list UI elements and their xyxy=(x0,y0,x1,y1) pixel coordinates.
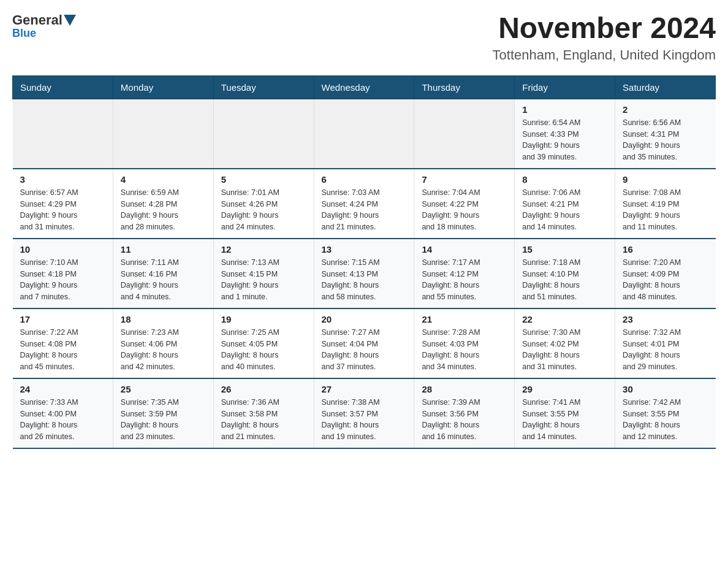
day-info: Sunrise: 7:27 AMSunset: 4:04 PMDaylight:… xyxy=(322,327,407,373)
day-cell: 30Sunrise: 7:42 AMSunset: 3:55 PMDayligh… xyxy=(615,378,716,448)
day-number: 1 xyxy=(522,104,607,115)
calendar-body: 1Sunrise: 6:54 AMSunset: 4:33 PMDaylight… xyxy=(13,99,716,448)
day-info: Sunrise: 7:08 AMSunset: 4:19 PMDaylight:… xyxy=(623,187,708,233)
calendar-table: SundayMondayTuesdayWednesdayThursdayFrid… xyxy=(12,75,716,449)
day-number: 4 xyxy=(121,174,206,185)
day-cell: 17Sunrise: 7:22 AMSunset: 4:08 PMDayligh… xyxy=(13,308,113,378)
day-number: 3 xyxy=(20,174,105,185)
day-cell: 7Sunrise: 7:04 AMSunset: 4:22 PMDaylight… xyxy=(414,169,515,239)
calendar-header: SundayMondayTuesdayWednesdayThursdayFrid… xyxy=(13,75,716,99)
header-monday: Monday xyxy=(113,75,213,99)
day-info: Sunrise: 7:35 AMSunset: 3:59 PMDaylight:… xyxy=(121,397,206,443)
logo-blue-text: Blue xyxy=(12,27,36,40)
day-cell xyxy=(213,99,314,169)
day-info: Sunrise: 7:42 AMSunset: 3:55 PMDaylight:… xyxy=(623,397,708,443)
title-area: November 2024 Tottenham, England, United… xyxy=(493,12,716,63)
days-of-week-row: SundayMondayTuesdayWednesdayThursdayFrid… xyxy=(13,75,716,99)
day-cell: 28Sunrise: 7:39 AMSunset: 3:56 PMDayligh… xyxy=(414,378,515,448)
week-row-2: 3Sunrise: 6:57 AMSunset: 4:29 PMDaylight… xyxy=(13,169,716,239)
day-cell: 8Sunrise: 7:06 AMSunset: 4:21 PMDaylight… xyxy=(515,169,615,239)
day-cell: 16Sunrise: 7:20 AMSunset: 4:09 PMDayligh… xyxy=(615,239,716,308)
day-number: 9 xyxy=(623,174,708,185)
day-number: 12 xyxy=(221,244,306,255)
day-number: 28 xyxy=(422,384,507,394)
day-info: Sunrise: 7:22 AMSunset: 4:08 PMDaylight:… xyxy=(20,327,105,373)
header-thursday: Thursday xyxy=(414,75,515,99)
day-cell: 2Sunrise: 6:56 AMSunset: 4:31 PMDaylight… xyxy=(615,99,716,169)
day-cell: 12Sunrise: 7:13 AMSunset: 4:15 PMDayligh… xyxy=(213,239,314,308)
day-info: Sunrise: 7:33 AMSunset: 4:00 PMDaylight:… xyxy=(20,397,105,443)
day-cell: 25Sunrise: 7:35 AMSunset: 3:59 PMDayligh… xyxy=(113,378,213,448)
day-info: Sunrise: 7:01 AMSunset: 4:26 PMDaylight:… xyxy=(221,187,306,233)
day-cell xyxy=(13,99,113,169)
day-cell: 23Sunrise: 7:32 AMSunset: 4:01 PMDayligh… xyxy=(615,308,716,378)
day-number: 18 xyxy=(121,314,206,324)
day-cell: 4Sunrise: 6:59 AMSunset: 4:28 PMDaylight… xyxy=(113,169,213,239)
day-number: 26 xyxy=(221,384,306,394)
day-cell: 3Sunrise: 6:57 AMSunset: 4:29 PMDaylight… xyxy=(13,169,113,239)
day-cell: 24Sunrise: 7:33 AMSunset: 4:00 PMDayligh… xyxy=(13,378,113,448)
day-number: 2 xyxy=(623,104,708,115)
day-number: 16 xyxy=(623,244,708,255)
day-info: Sunrise: 7:18 AMSunset: 4:10 PMDaylight:… xyxy=(522,257,607,303)
day-cell: 18Sunrise: 7:23 AMSunset: 4:06 PMDayligh… xyxy=(113,308,213,378)
day-info: Sunrise: 7:23 AMSunset: 4:06 PMDaylight:… xyxy=(121,327,206,373)
day-cell: 14Sunrise: 7:17 AMSunset: 4:12 PMDayligh… xyxy=(414,239,515,308)
header-wednesday: Wednesday xyxy=(314,75,414,99)
day-cell: 19Sunrise: 7:25 AMSunset: 4:05 PMDayligh… xyxy=(213,308,314,378)
day-cell: 20Sunrise: 7:27 AMSunset: 4:04 PMDayligh… xyxy=(314,308,414,378)
subtitle: Tottenham, England, United Kingdom xyxy=(493,47,716,63)
day-number: 19 xyxy=(221,314,306,324)
header-saturday: Saturday xyxy=(615,75,716,99)
day-info: Sunrise: 7:32 AMSunset: 4:01 PMDaylight:… xyxy=(623,327,708,373)
page-header: General Blue November 2024 Tottenham, En… xyxy=(12,12,716,63)
day-cell: 21Sunrise: 7:28 AMSunset: 4:03 PMDayligh… xyxy=(414,308,515,378)
day-number: 11 xyxy=(121,244,206,255)
day-number: 21 xyxy=(422,314,507,324)
day-info: Sunrise: 7:41 AMSunset: 3:55 PMDaylight:… xyxy=(522,397,607,443)
day-number: 25 xyxy=(121,384,206,394)
week-row-4: 17Sunrise: 7:22 AMSunset: 4:08 PMDayligh… xyxy=(13,308,716,378)
day-number: 24 xyxy=(20,384,105,394)
main-title: November 2024 xyxy=(493,12,716,45)
day-info: Sunrise: 6:54 AMSunset: 4:33 PMDaylight:… xyxy=(522,117,607,163)
day-info: Sunrise: 7:15 AMSunset: 4:13 PMDaylight:… xyxy=(322,257,407,303)
day-info: Sunrise: 7:38 AMSunset: 3:57 PMDaylight:… xyxy=(322,397,407,443)
day-info: Sunrise: 7:20 AMSunset: 4:09 PMDaylight:… xyxy=(623,257,708,303)
day-cell: 29Sunrise: 7:41 AMSunset: 3:55 PMDayligh… xyxy=(515,378,615,448)
day-number: 27 xyxy=(322,384,407,394)
day-cell xyxy=(113,99,213,169)
day-number: 17 xyxy=(20,314,105,324)
day-number: 6 xyxy=(322,174,407,185)
day-cell: 10Sunrise: 7:10 AMSunset: 4:18 PMDayligh… xyxy=(13,239,113,308)
day-info: Sunrise: 7:11 AMSunset: 4:16 PMDaylight:… xyxy=(121,257,206,303)
logo: General Blue xyxy=(12,12,77,40)
day-number: 8 xyxy=(522,174,607,185)
day-info: Sunrise: 7:25 AMSunset: 4:05 PMDaylight:… xyxy=(221,327,306,373)
day-cell: 22Sunrise: 7:30 AMSunset: 4:02 PMDayligh… xyxy=(515,308,615,378)
day-cell xyxy=(414,99,515,169)
day-number: 23 xyxy=(623,314,708,324)
day-info: Sunrise: 7:13 AMSunset: 4:15 PMDaylight:… xyxy=(221,257,306,303)
header-friday: Friday xyxy=(515,75,615,99)
day-cell: 27Sunrise: 7:38 AMSunset: 3:57 PMDayligh… xyxy=(314,378,414,448)
day-number: 20 xyxy=(322,314,407,324)
day-info: Sunrise: 7:10 AMSunset: 4:18 PMDaylight:… xyxy=(20,257,105,303)
day-number: 13 xyxy=(322,244,407,255)
day-number: 15 xyxy=(522,244,607,255)
day-info: Sunrise: 7:17 AMSunset: 4:12 PMDaylight:… xyxy=(422,257,507,303)
day-number: 29 xyxy=(522,384,607,394)
day-cell: 11Sunrise: 7:11 AMSunset: 4:16 PMDayligh… xyxy=(113,239,213,308)
week-row-1: 1Sunrise: 6:54 AMSunset: 4:33 PMDaylight… xyxy=(13,99,716,169)
day-cell: 1Sunrise: 6:54 AMSunset: 4:33 PMDaylight… xyxy=(515,99,615,169)
logo-triangle-icon xyxy=(64,15,76,26)
day-info: Sunrise: 7:28 AMSunset: 4:03 PMDaylight:… xyxy=(422,327,507,373)
day-number: 10 xyxy=(20,244,105,255)
day-info: Sunrise: 7:06 AMSunset: 4:21 PMDaylight:… xyxy=(522,187,607,233)
day-number: 30 xyxy=(623,384,708,394)
day-number: 7 xyxy=(422,174,507,185)
logo-general-text: General xyxy=(12,12,63,28)
day-info: Sunrise: 6:59 AMSunset: 4:28 PMDaylight:… xyxy=(121,187,206,233)
day-info: Sunrise: 7:36 AMSunset: 3:58 PMDaylight:… xyxy=(221,397,306,443)
day-number: 5 xyxy=(221,174,306,185)
